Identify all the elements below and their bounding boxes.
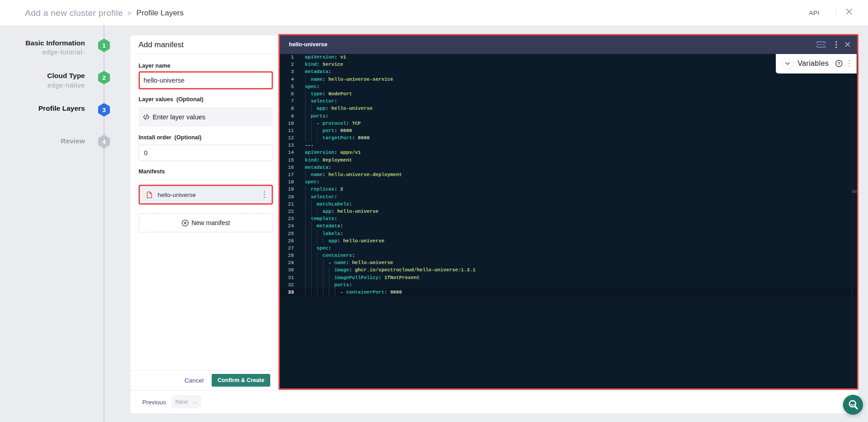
svg-text:1: 1 (102, 42, 106, 49)
svg-text:?: ? (838, 61, 840, 66)
svg-text:4: 4 (102, 138, 106, 145)
svg-text:3: 3 (102, 107, 106, 113)
svg-text:2: 2 (102, 74, 106, 81)
